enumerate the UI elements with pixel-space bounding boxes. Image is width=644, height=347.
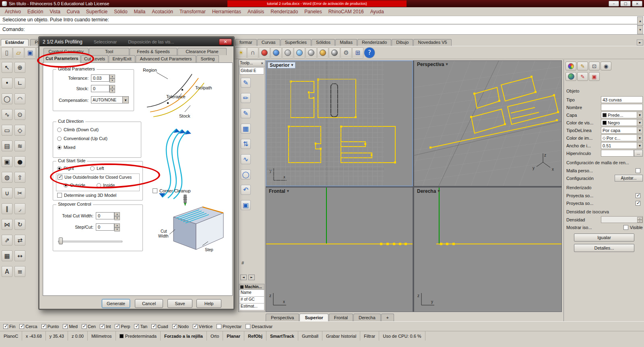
osnap-punto[interactable]: Punto <box>41 324 59 329</box>
toolbar-tab-curvas[interactable]: Curvas <box>257 39 280 46</box>
tolerance-value[interactable]: 0.03 <box>91 74 109 82</box>
trim-icon[interactable]: ✂ <box>14 188 25 198</box>
total-cut-width-spinner[interactable]: 0 ▲▼ <box>96 212 120 219</box>
tab-advanced-cut-parameters[interactable]: Advanced Cut Parameters <box>136 55 196 62</box>
menu-ayuda[interactable]: Ayuda <box>367 8 387 15</box>
viewport-tab-derecha[interactable]: Derecha <box>353 314 381 321</box>
curve-point-handles[interactable] <box>440 243 455 245</box>
spin-up-icon[interactable]: ▲ <box>109 74 115 78</box>
shaded-sphere-icon[interactable] <box>271 48 281 58</box>
object-properties-tab-icon[interactable] <box>566 62 576 70</box>
scroll-up-icon[interactable]: ▲ <box>637 17 643 25</box>
mirror-icon[interactable]: ⇄ <box>14 235 25 246</box>
point-icon[interactable]: • <box>2 78 12 89</box>
osnap-cuad[interactable]: Cuad <box>151 324 168 329</box>
menu-paneles[interactable]: Paneles <box>301 8 325 15</box>
status-x-43-68[interactable]: x -43.68 <box>22 331 46 341</box>
xray-sphere-icon[interactable] <box>294 48 305 58</box>
perspectiva-viewport-label[interactable]: Perspectiva ▼ <box>415 62 450 67</box>
mixed-radio[interactable]: Mixed <box>57 145 75 150</box>
tab-sorting[interactable]: Sorting <box>196 55 219 62</box>
slider-track[interactable] <box>58 241 122 242</box>
checkbox[interactable] <box>636 201 640 206</box>
toolbar-tab-formar[interactable]: formar <box>235 39 257 46</box>
status-gumball[interactable]: Gumball <box>298 331 322 341</box>
menu-archivo[interactable]: Archivo <box>2 8 24 15</box>
perspectiva-viewport[interactable]: Perspectiva ▼ <box>414 60 562 186</box>
boolean-icon[interactable]: ∪ <box>2 188 12 198</box>
total-cut-width-value[interactable]: 0 <box>96 212 114 219</box>
array-icon[interactable]: ▦ <box>2 250 12 261</box>
checkbox[interactable] <box>41 324 46 329</box>
machining-op-3-icon[interactable]: ✎ <box>241 108 251 118</box>
toolbar-tab-mallas[interactable]: Mallas <box>335 39 357 46</box>
checkbox[interactable] <box>115 324 120 329</box>
menu-malla[interactable]: Malla <box>131 8 149 15</box>
status-forzado-a-la-rejilla[interactable]: Forzado a la rejilla <box>161 331 207 341</box>
derecha-viewport-label[interactable]: Derecha ▼ <box>415 188 442 194</box>
toolpaths-panel-header[interactable]: Toolp... × <box>239 60 265 66</box>
osnap-fin[interactable]: Fin <box>3 324 15 329</box>
circle-icon[interactable]: ◯ <box>2 93 12 104</box>
annotate-pencil-tab-icon[interactable]: ✎ <box>577 72 588 81</box>
material-box-tab-icon[interactable]: ▣ <box>589 72 600 81</box>
save-button[interactable]: Save <box>167 299 192 308</box>
corner-cleanup-checkbox[interactable]: Corner Cleanup <box>153 188 191 193</box>
status-planar[interactable]: Planar <box>223 331 244 341</box>
derecha-viewport[interactable]: Derecha ▼ z y <box>414 187 562 312</box>
spin-down-icon[interactable]: ▼ <box>109 89 115 93</box>
spin-down-icon[interactable]: ▼ <box>114 227 120 231</box>
dimension-icon[interactable]: ↔ <box>14 250 25 261</box>
derecha-canvas[interactable]: z y <box>414 188 562 312</box>
toolbar-tab-estandar[interactable]: Estándar <box>1 39 29 46</box>
help-icon[interactable]: ? <box>364 48 375 58</box>
minimize-button[interactable]: – <box>609 1 619 6</box>
osnap-desactivar[interactable]: Desactivar <box>246 324 272 329</box>
spin-up-icon[interactable]: ▲ <box>637 217 642 220</box>
status-z-0-00[interactable]: z 0.00 <box>68 331 88 341</box>
undo-icon[interactable]: ↶ <box>241 185 251 195</box>
dropdown-icon[interactable]: ▼ <box>122 97 128 103</box>
checkbox[interactable] <box>82 324 87 329</box>
box-icon[interactable]: ▣ <box>2 156 12 167</box>
chevron-down-icon[interactable]: ▼ <box>287 190 289 193</box>
status-filtrar[interactable]: Filtrar <box>360 331 379 341</box>
tab-entry-exit[interactable]: Entry/Exit <box>109 55 135 62</box>
osnap-cen[interactable]: Cen <box>82 324 96 329</box>
pen-sphere-icon[interactable] <box>329 48 340 58</box>
dialog-titlebar[interactable]: 2 1/2 Axis Profiling Seleccionar Disposi… <box>39 37 233 46</box>
stock-value[interactable]: 0 <box>91 85 109 92</box>
dropdown-icon[interactable]: ▼ <box>637 135 642 141</box>
conventional-radio[interactable]: Conventional (Up Cut) <box>57 136 107 141</box>
command-input[interactable]: Comando: <box>0 24 644 35</box>
checkbox[interactable] <box>19 324 24 329</box>
status-y-35-43[interactable]: y 35.43 <box>46 331 68 341</box>
dialog-close-button[interactable]: × <box>219 39 232 45</box>
property-value[interactable] <box>601 104 643 111</box>
ellipse-icon[interactable]: ⊙ <box>14 109 25 120</box>
dropdown-icon[interactable]: ▼ <box>637 120 642 126</box>
checkbox[interactable] <box>246 324 250 329</box>
cylinder-icon[interactable]: ◍ <box>2 172 12 183</box>
checkbox[interactable] <box>100 324 105 329</box>
maximize-button[interactable]: □ <box>620 1 631 6</box>
step-cut-spinner[interactable]: 0 ▲▼ <box>96 223 120 231</box>
osnap-med[interactable]: Med <box>63 324 77 329</box>
cplane-widget-icon[interactable]: ⊞ <box>353 48 363 58</box>
tolerance-spinner[interactable]: 0.03 ▲▼ <box>91 74 115 82</box>
frontal-canvas[interactable]: z x <box>266 188 413 312</box>
status-grabar-historial[interactable]: Grabar historial <box>322 331 360 341</box>
checkbox[interactable] <box>193 324 198 329</box>
checkbox[interactable] <box>63 324 68 329</box>
technical-sphere-icon[interactable] <box>306 48 316 58</box>
osnap-nodo[interactable]: Nodo <box>172 324 189 329</box>
property-value[interactable]: ◇Por c...▼ <box>601 134 643 141</box>
status-mil-metros[interactable]: Milímetros <box>88 331 116 341</box>
spin-down-icon[interactable]: ▼ <box>114 216 120 220</box>
perspectiva-canvas[interactable]: z y x <box>414 61 562 186</box>
stepover-slider[interactable] <box>58 237 122 245</box>
property-value[interactable] <box>601 150 634 157</box>
status-orto[interactable]: Orto <box>207 331 223 341</box>
adjust-button[interactable]: Ajustar... <box>615 175 643 182</box>
toolbar-tab-dibujo[interactable]: Dibujo <box>392 39 413 46</box>
